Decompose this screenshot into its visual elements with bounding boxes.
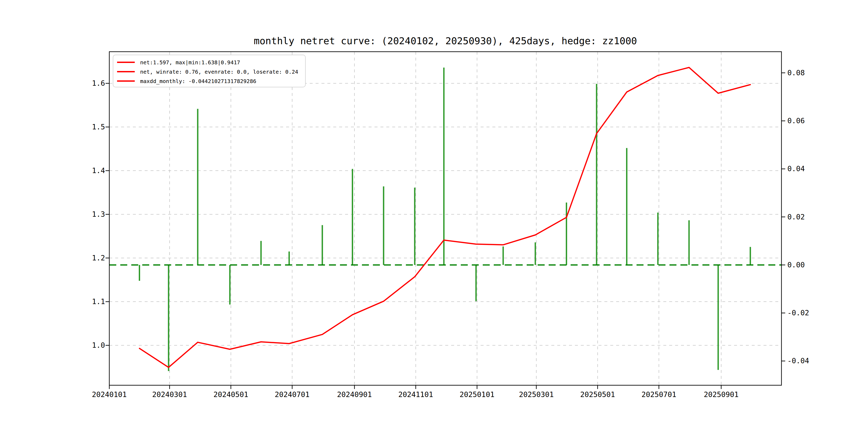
red-line-swatch-icon [117,81,135,82]
chart-legend: net:1.597, max|min:1.638|0.9417 net, win… [113,55,306,87]
right-tick-label: 0.08 [787,69,857,77]
legend-entry-maxdd: maxdd_monthly: -0.044210271317829286 [117,76,303,86]
x-tick-label: 20241101 [381,391,451,399]
x-tick-label: 20240101 [74,391,144,399]
right-tick-label: 0.06 [787,117,857,125]
legend-label-net: net:1.597, max|min:1.638|0.9417 [140,59,240,66]
left-tick-label: 1.4 [0,167,105,175]
axes-spines [109,52,781,385]
right-tick-label: -0.02 [787,309,857,317]
red-line-swatch-icon [117,71,135,72]
left-tick-label: 1.2 [0,254,105,262]
red-line-swatch-icon [117,62,135,63]
chart-figure: monthly netret curve: (20240102, 2025093… [0,0,868,434]
x-tick-label: 20240301 [135,391,205,399]
right-tick-label: 0.02 [787,213,857,221]
x-tick-label: 20240901 [320,391,389,399]
left-tick-label: 1.6 [0,79,105,87]
left-tick-label: 1.5 [0,123,105,131]
x-tick-label: 20250701 [624,391,693,399]
x-tick-label: 20240501 [196,391,266,399]
legend-entry-net: net:1.597, max|min:1.638|0.9417 [117,58,303,67]
x-tick-label: 20250901 [686,391,756,399]
x-tick-label: 20250501 [563,391,632,399]
right-tick-label: 0.00 [787,261,857,269]
right-tick-label: -0.04 [787,357,857,365]
left-tick-label: 1.0 [0,341,105,349]
left-tick-label: 1.3 [0,210,105,218]
x-tick-label: 20250301 [501,391,571,399]
legend-label-maxdd: maxdd_monthly: -0.044210271317829286 [140,78,256,84]
x-tick-label: 20240701 [257,391,327,399]
legend-entry-winrate: net, winrate: 0.76, evenrate: 0.0, loser… [117,67,303,76]
left-tick-label: 1.1 [0,298,105,306]
legend-label-winrate: net, winrate: 0.76, evenrate: 0.0, loser… [140,69,298,75]
right-tick-label: 0.04 [787,165,857,173]
